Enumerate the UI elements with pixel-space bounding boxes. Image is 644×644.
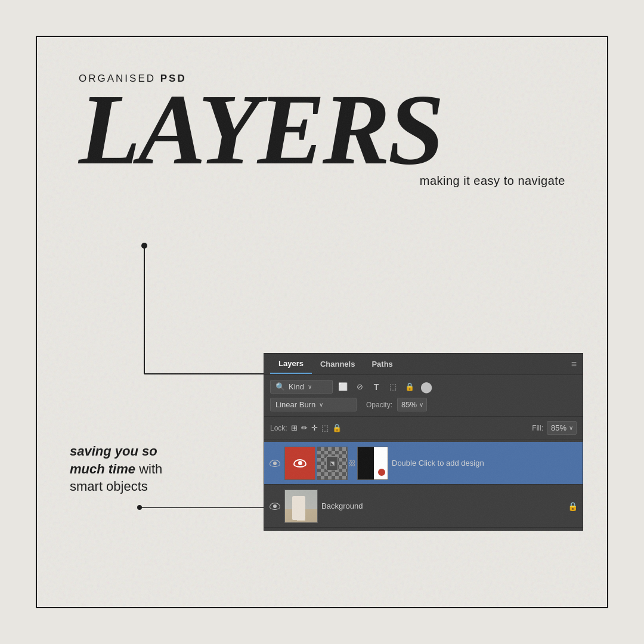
panel-menu-icon[interactable]: ≡ xyxy=(571,359,577,370)
lock-position-icon[interactable]: ✛ xyxy=(311,423,318,432)
arrow-svg xyxy=(137,504,274,510)
lock-artboard-icon[interactable]: ⬚ xyxy=(321,423,329,432)
layer-thumb-red xyxy=(284,447,315,480)
layer-link-icon: ⛓ xyxy=(349,459,356,467)
opacity-input[interactable]: 85% ∨ xyxy=(397,398,427,411)
header-area: ORGANISED PSD LAYERS making it easy to n… xyxy=(79,73,565,188)
eye-shape xyxy=(270,460,280,467)
layer-visibility-icon[interactable] xyxy=(269,457,281,469)
lock-image-icon[interactable]: ✏ xyxy=(301,423,308,432)
blend-opacity-row: Linear Burn ∨ Opacity: 85% ∨ xyxy=(270,398,577,411)
layers-list: ⬔ ⛓ Double Click to add design xyxy=(264,439,583,530)
filter-shape-icon[interactable]: ⬚ xyxy=(386,380,400,394)
filter-row: 🔍 Kind ∨ ⬜ ⊘ T ⬚ 🔒 ⬤ xyxy=(270,380,577,394)
filter-smart-icon[interactable]: 🔒 xyxy=(403,380,416,394)
bg-layer-lock-icon: 🔒 xyxy=(568,501,578,511)
bracket-line xyxy=(141,243,273,382)
fill-area: Fill: 85% ∨ xyxy=(532,421,577,435)
annotation-text: saving you somuch time withsmart objects xyxy=(70,442,243,496)
layer-row-background[interactable]: Background 🔒 xyxy=(264,485,583,528)
tab-channels[interactable]: Channels xyxy=(312,355,364,373)
fill-label: Fill: xyxy=(532,424,543,432)
lock-label: Lock: xyxy=(270,424,287,432)
fill-input[interactable]: 85% ∨ xyxy=(547,421,577,435)
blend-chevron: ∨ xyxy=(319,401,323,408)
canvas: ORGANISED PSD LAYERS making it easy to n… xyxy=(36,36,608,608)
bg-eye-pupil xyxy=(273,504,277,508)
lock-all-icon[interactable]: 🔒 xyxy=(332,423,342,432)
arrow-line-container xyxy=(137,502,274,513)
kind-chevron: ∨ xyxy=(308,383,312,390)
layer-thumb-dark xyxy=(357,447,388,480)
filter-toggle-icon[interactable]: ⬤ xyxy=(420,380,433,394)
ps-panel: Layers Channels Paths ≡ 🔍 Kind ∨ ⬜ ⊘ T ⬚… xyxy=(264,353,583,531)
opacity-value: 85% xyxy=(401,400,417,409)
filter-adjust-icon[interactable]: ⊘ xyxy=(353,380,366,394)
lock-icons: ⊞ ✏ ✛ ⬚ 🔒 xyxy=(291,423,342,432)
bg-layer-thumb xyxy=(284,490,318,523)
search-icon: 🔍 xyxy=(275,382,285,391)
tab-paths[interactable]: Paths xyxy=(363,355,401,373)
opacity-label: Opacity: xyxy=(366,401,392,409)
bg-eye-shape xyxy=(270,503,280,510)
blend-mode-label: Linear Burn xyxy=(275,400,315,409)
layer-row-smart-object[interactable]: ⬔ ⛓ Double Click to add design xyxy=(264,442,583,485)
opacity-chevron: ∨ xyxy=(419,401,423,408)
tab-layers[interactable]: Layers xyxy=(270,354,312,374)
kind-label: Kind xyxy=(289,382,304,391)
bg-layer-visibility-icon[interactable] xyxy=(269,500,281,512)
layers-title: LAYERS xyxy=(79,79,565,180)
filter-type-icon[interactable]: T xyxy=(370,380,383,394)
layer-thumbnails: ⬔ ⛓ xyxy=(284,447,388,480)
blend-mode-dropdown[interactable]: Linear Burn ∨ xyxy=(270,398,357,411)
bracket-svg xyxy=(141,243,273,380)
ps-toolbar: 🔍 Kind ∨ ⬜ ⊘ T ⬚ 🔒 ⬤ Linear Burn ∨ Opaci… xyxy=(264,375,583,417)
bg-layer-name: Background xyxy=(321,501,564,510)
ps-tabs: Layers Channels Paths ≡ xyxy=(264,354,583,375)
fill-chevron: ∨ xyxy=(569,425,573,431)
layer-name-smart-object: Double Click to add design xyxy=(392,459,578,467)
eye-pupil xyxy=(273,462,277,465)
lock-transparency-icon[interactable]: ⊞ xyxy=(291,423,298,432)
layer-thumb-checker: ⬔ xyxy=(317,447,348,480)
filter-pixel-icon[interactable]: ⬜ xyxy=(336,380,349,394)
lock-fill-row: Lock: ⊞ ✏ ✛ ⬚ 🔒 Fill: 85% ∨ xyxy=(264,417,583,439)
kind-dropdown[interactable]: 🔍 Kind ∨ xyxy=(270,380,333,394)
fill-value: 85% xyxy=(551,423,566,432)
